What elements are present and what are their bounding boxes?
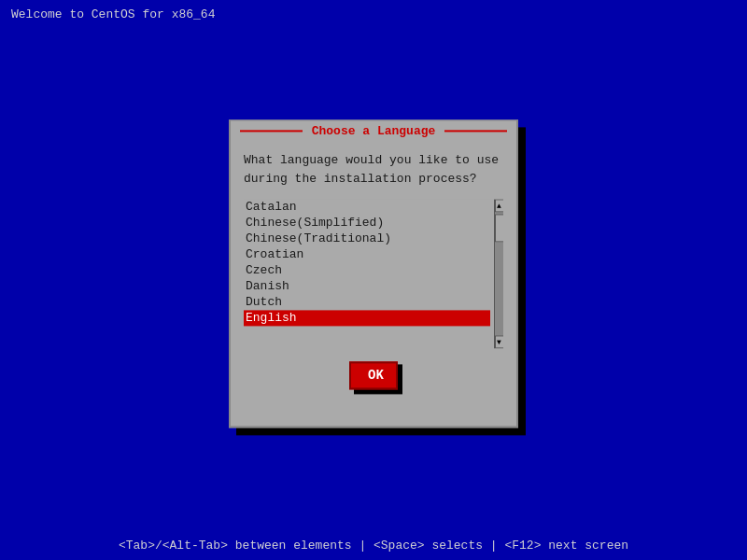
- language-item[interactable]: Czech: [244, 262, 490, 278]
- bottom-bar: <Tab>/<Alt-Tab> between elements | <Spac…: [0, 539, 747, 553]
- language-list[interactable]: CatalanChinese(Simplified)Chinese(Tradit…: [244, 199, 490, 326]
- title-line-right: [444, 130, 507, 132]
- scroll-thumb[interactable]: [495, 214, 504, 242]
- language-item[interactable]: Catalan: [244, 199, 490, 215]
- top-bar: Welcome to CentOS for x86_64: [11, 7, 215, 21]
- dialog-body: What language would you like to use duri…: [231, 142, 516, 399]
- language-item[interactable]: Chinese(Simplified): [244, 215, 490, 231]
- language-item[interactable]: Dutch: [244, 294, 490, 310]
- language-item[interactable]: Danish: [244, 278, 490, 294]
- language-item[interactable]: English: [244, 310, 490, 326]
- language-list-container[interactable]: CatalanChinese(Simplified)Chinese(Tradit…: [244, 199, 503, 348]
- ok-button-shadow: OK: [349, 361, 398, 389]
- scroll-up-button[interactable]: ▲: [495, 199, 504, 212]
- prompt-text: What language would you like to use duri…: [244, 151, 503, 188]
- dialog-title: Choose a Language: [308, 124, 440, 138]
- dialog: Choose a Language What language would yo…: [229, 119, 518, 427]
- language-item[interactable]: Croatian: [244, 246, 490, 262]
- title-line-left: [240, 130, 303, 132]
- scrollbar[interactable]: ▲ ▼: [494, 199, 503, 348]
- ok-button[interactable]: OK: [349, 361, 398, 389]
- dialog-wrapper: Choose a Language What language would yo…: [229, 119, 518, 427]
- scroll-down-button[interactable]: ▼: [495, 335, 504, 348]
- ok-button-area: OK: [244, 361, 503, 389]
- dialog-title-bar: Choose a Language: [231, 120, 516, 141]
- language-item[interactable]: Chinese(Traditional): [244, 231, 490, 246]
